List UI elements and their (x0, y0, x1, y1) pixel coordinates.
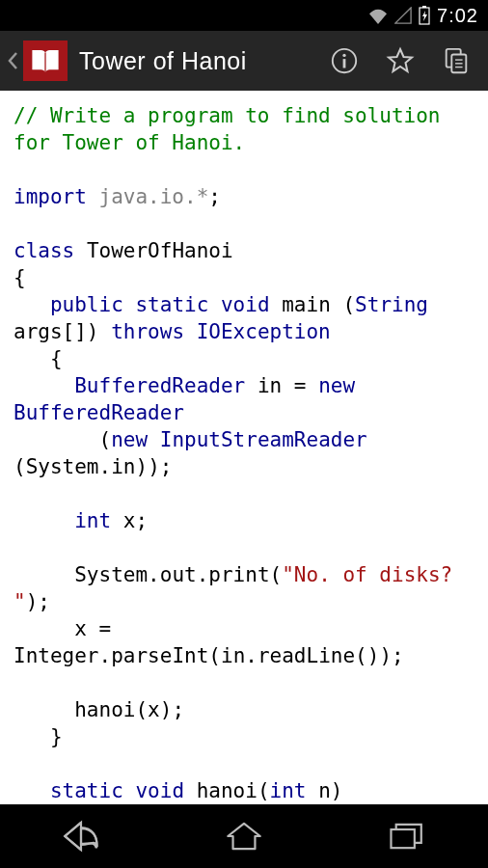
signal-icon (394, 7, 412, 24)
eq: = (294, 374, 307, 397)
var-x: x (123, 509, 136, 532)
semi3: ; (135, 509, 148, 532)
svg-rect-10 (391, 829, 414, 848)
kw-public: public (50, 293, 123, 316)
rparen8: ) (331, 779, 343, 802)
dot4: . (99, 644, 112, 667)
lparen: ( (342, 293, 355, 316)
kw-new2: new (111, 428, 148, 451)
var-x2: x (74, 617, 87, 640)
kw-int: int (74, 509, 111, 532)
android-nav-bar (0, 804, 488, 868)
rbrace: } (50, 725, 63, 748)
lparen3: ( (14, 455, 26, 478)
semi2: ; (160, 455, 173, 478)
type-ioexception: IOException (197, 320, 331, 343)
kw-int2: int (270, 779, 307, 802)
svg-rect-1 (422, 6, 426, 8)
args: args[] (14, 320, 87, 343)
semi: ; (208, 185, 221, 208)
semi6: ; (172, 698, 184, 721)
eq2: = (99, 617, 112, 640)
kw-import: import (14, 185, 87, 208)
rparen6: ) (379, 644, 392, 667)
rparen4: ) (26, 590, 39, 613)
back-icon[interactable] (6, 49, 19, 72)
kw-void2: void (135, 779, 184, 802)
code-comment: // Write a program to find solution for … (14, 104, 452, 154)
kw-static: static (135, 293, 208, 316)
type-bufferedreader2: BufferedReader (14, 401, 184, 424)
wifi-icon (367, 7, 389, 24)
type-bufferedreader: BufferedReader (74, 374, 245, 397)
type-inputstreamreader: InputStreamReader (160, 428, 367, 451)
kw-class: class (14, 239, 74, 262)
parseint: parseInt (111, 644, 208, 667)
app-bar: Tower of Hanoi (0, 31, 488, 91)
var-in: in (258, 374, 282, 397)
system2: System (74, 563, 148, 586)
svg-point-3 (342, 54, 345, 57)
lparen6: ( (355, 644, 367, 667)
lbrace: { (14, 266, 26, 289)
kw-throws: throws (111, 320, 184, 343)
dot3: . (197, 563, 209, 586)
var-in2: in (221, 644, 245, 667)
battery-icon (418, 6, 431, 25)
rparen5: ) (367, 644, 380, 667)
in-field: in (111, 455, 135, 478)
out-field: out (160, 563, 197, 586)
page-title: Tower of Hanoi (79, 47, 314, 75)
copy-button[interactable] (430, 31, 482, 91)
print-method: print (208, 563, 269, 586)
kw-static2: static (50, 779, 123, 802)
rparen7: ) (160, 698, 173, 721)
lparen5: ( (208, 644, 221, 667)
kw-void: void (221, 293, 270, 316)
var-n: n (318, 779, 331, 802)
lparen7: ( (135, 698, 148, 721)
hanoi-def: hanoi (197, 779, 258, 802)
code-viewer[interactable]: // Write a program to find solution for … (0, 91, 488, 868)
lparen8: ( (258, 779, 270, 802)
main-name: main (282, 293, 331, 316)
info-button[interactable] (318, 31, 370, 91)
clock-text: 7:02 (437, 5, 478, 27)
dot: . (99, 455, 112, 478)
pkg-name: java.io.* (99, 185, 209, 208)
lparen2: ( (99, 428, 112, 451)
class-name: TowerOfHanoi (87, 239, 233, 262)
rparen3: ) (148, 455, 160, 478)
svg-rect-4 (343, 59, 346, 68)
lparen4: ( (270, 563, 283, 586)
favorite-button[interactable] (374, 31, 426, 91)
var-x3: x (148, 698, 160, 721)
nav-back-button[interactable] (23, 812, 139, 860)
integer: Integer (14, 644, 99, 667)
semi5: ; (392, 644, 404, 667)
status-bar: 7:02 (0, 0, 488, 31)
rparen2: ) (135, 455, 148, 478)
dot2: . (148, 563, 160, 586)
semi4: ; (38, 590, 50, 613)
type-string: String (355, 293, 428, 316)
nav-recent-button[interactable] (349, 812, 465, 860)
readline: readLine (258, 644, 355, 667)
rparen: ) (87, 320, 99, 343)
kw-new: new (318, 374, 355, 397)
app-logo-icon[interactable] (23, 41, 68, 81)
nav-home-button[interactable] (186, 812, 302, 860)
lbrace2: { (50, 347, 63, 370)
system: System (26, 455, 99, 478)
hanoi-call: hanoi (74, 698, 135, 721)
dot5: . (245, 644, 258, 667)
